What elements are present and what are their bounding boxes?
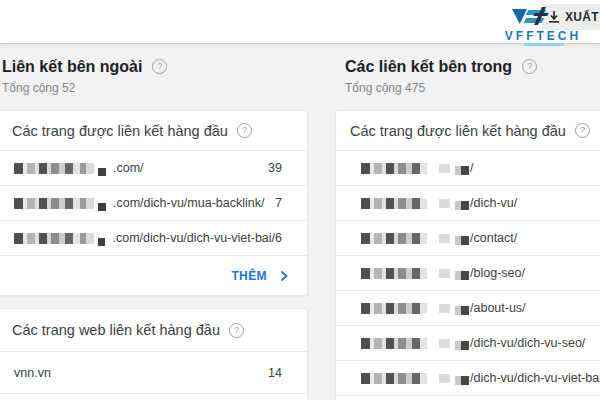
- internal-links-header: Các liên kết bên trong? Tổng cộng 475: [345, 57, 537, 95]
- redacted-domain-blur: [455, 236, 469, 245]
- redacted-domain-blur: [361, 338, 427, 349]
- table-row[interactable]: .com/ 39: [0, 150, 307, 185]
- redacted-domain-blur: [439, 199, 450, 208]
- linked-page-url[interactable]: /: [470, 161, 473, 175]
- redacted-domain-blur: [455, 271, 469, 280]
- linked-page-url[interactable]: .com/dich-vu/dich-vu-viet-bai/: [112, 231, 275, 245]
- table-row[interactable]: /dich-vu/dich-vu-seo/: [336, 325, 600, 360]
- redacted-domain-blur: [439, 164, 450, 173]
- table-row: [336, 395, 600, 400]
- card-title-label: Các trang web liên kết hàng đầu: [12, 322, 220, 338]
- redacted-domain-blur: [361, 163, 427, 174]
- redacted-domain-blur: [439, 339, 450, 348]
- table-row[interactable]: /: [336, 150, 600, 185]
- more-button[interactable]: THÊM: [0, 255, 307, 295]
- external-top-linking-sites-card: Các trang web liên kết hàng đầu? vnn.vn …: [0, 308, 308, 400]
- redacted-domain-blur: [14, 198, 94, 209]
- linked-page-url[interactable]: /about-us/: [470, 301, 526, 315]
- help-icon[interactable]: ?: [237, 123, 252, 138]
- redacted-domain-blur: [361, 198, 427, 209]
- table-row[interactable]: /dich-vu/: [336, 185, 600, 220]
- linked-page-url[interactable]: .com/: [113, 161, 144, 175]
- redacted-domain-blur: [455, 306, 469, 315]
- redacted-domain-blur: [14, 233, 94, 244]
- card-title: Các trang web liên kết hàng đầu?: [0, 309, 307, 351]
- download-icon: [548, 11, 560, 23]
- top-app-bar: XUẤT VFFTECH: [0, 0, 600, 44]
- card-title-label: Các trang được liên kết hàng đầu: [12, 123, 228, 139]
- redacted-domain-blur: [361, 303, 427, 314]
- redacted-domain-blur: [439, 269, 450, 278]
- redacted-domain-blur: [98, 203, 106, 211]
- redacted-domain-blur: [361, 268, 427, 279]
- chevron-right-icon: [279, 271, 289, 281]
- internal-links-total: Tổng cộng 475: [345, 81, 537, 95]
- redacted-domain-blur: [455, 201, 469, 210]
- link-count: 14: [268, 366, 282, 380]
- redacted-domain-blur: [455, 166, 469, 175]
- redacted-domain-blur: [455, 341, 469, 350]
- internal-links-title: Các liên kết bên trong: [345, 58, 512, 76]
- linking-site[interactable]: vnn.vn: [14, 366, 51, 380]
- link-count: 6: [275, 231, 282, 245]
- more-button-label: THÊM: [231, 269, 267, 283]
- table-row: [0, 393, 307, 400]
- redacted-domain-blur: [361, 233, 427, 244]
- redacted-domain-blur: [455, 376, 469, 385]
- redacted-domain-blur: [439, 374, 450, 383]
- table-row[interactable]: .com/dich-vu/mua-backlink/ 7: [0, 185, 307, 220]
- logo-text: VFFTECH: [488, 29, 598, 43]
- card-title: Các trang được liên kết hàng đầu?: [0, 111, 307, 150]
- help-icon[interactable]: ?: [575, 123, 590, 138]
- redacted-domain-blur: [98, 168, 106, 176]
- table-row[interactable]: /dich-vu/dich-vu-viet-bai/: [336, 360, 600, 395]
- table-row[interactable]: vnn.vn 14: [0, 351, 307, 393]
- linked-page-url[interactable]: /contact/: [470, 231, 517, 245]
- help-icon[interactable]: ?: [229, 323, 244, 338]
- linked-page-url[interactable]: /blog-seo/: [470, 266, 525, 280]
- redacted-domain-blur: [361, 373, 427, 384]
- help-icon[interactable]: ?: [522, 59, 537, 74]
- linked-page-url[interactable]: /dich-vu/dich-vu-viet-bai/: [470, 371, 600, 385]
- table-row[interactable]: /contact/: [336, 220, 600, 255]
- link-count: 39: [268, 161, 282, 175]
- linked-page-url[interactable]: /dich-vu/: [470, 196, 517, 210]
- internal-top-linked-pages-card: Các trang được liên kết hàng đầu? / /dic…: [335, 110, 600, 400]
- redacted-domain-blur: [439, 234, 450, 243]
- external-links-total: Tổng cộng 52: [2, 81, 167, 95]
- table-row[interactable]: /about-us/: [336, 290, 600, 325]
- external-links-title: Liên kết bên ngoài: [2, 58, 142, 76]
- redacted-domain-blur: [98, 238, 106, 246]
- external-top-linked-pages-card: Các trang được liên kết hàng đầu? .com/ …: [0, 110, 308, 296]
- external-links-header: Liên kết bên ngoài? Tổng cộng 52: [2, 57, 167, 95]
- redacted-domain-blur: [14, 163, 94, 174]
- link-count: 7: [275, 196, 282, 210]
- logo-tagline: [524, 43, 564, 46]
- table-row[interactable]: .com/dich-vu/dich-vu-viet-bai/ 6: [0, 220, 307, 255]
- export-button[interactable]: XUẤT: [542, 4, 600, 30]
- logo-shape: [512, 9, 527, 24]
- card-title-label: Các trang được liên kết hàng đầu: [350, 123, 566, 139]
- redacted-domain-blur: [439, 304, 450, 313]
- card-title: Các trang được liên kết hàng đầu?: [336, 111, 600, 150]
- linked-page-url[interactable]: /dich-vu/dich-vu-seo/: [470, 336, 585, 350]
- help-icon[interactable]: ?: [152, 59, 167, 74]
- table-row[interactable]: /blog-seo/: [336, 255, 600, 290]
- linked-page-url[interactable]: .com/dich-vu/mua-backlink/: [113, 196, 264, 210]
- export-button-label: XUẤT: [565, 10, 599, 24]
